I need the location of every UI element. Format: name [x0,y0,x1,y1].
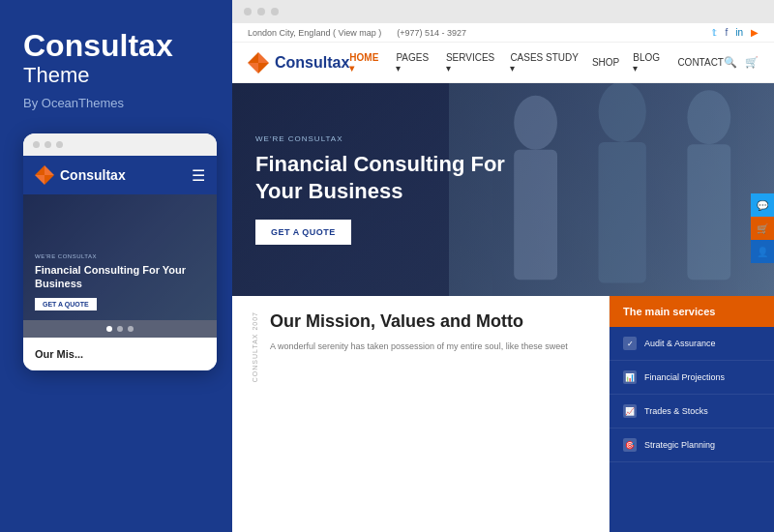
svg-marker-5 [258,52,269,63]
social-icons: 𝕥 f in ▶ [712,27,759,38]
service-item-strategic[interactable]: 🎯 Strategic Planning [610,429,774,462]
services-header: The main services [610,296,774,327]
desktop-logo-icon [248,52,269,74]
svg-rect-13 [687,144,730,280]
mobile-nav: Consultax ☰ [23,156,217,194]
brand-subtitle: Theme [23,63,209,88]
rss-icon[interactable]: ▶ [751,27,759,38]
cart-nav-icon[interactable]: 🛒 [745,56,759,69]
mobile-section-title: Our Mis... [35,347,205,361]
brand-title: Consultax [23,29,209,63]
nav-blog[interactable]: BLOG ▾ [633,52,664,74]
service-label-strategic: Strategic Planning [644,440,715,450]
svg-rect-11 [599,142,646,283]
browser-dot-2 [257,8,265,15]
svg-marker-7 [258,63,269,74]
bottom-area: CONSULTAX 2007 Our Mission, Values and M… [232,296,774,532]
slide-dot-1 [106,326,112,332]
svg-marker-0 [35,165,45,175]
nav-contact[interactable]: CONTACT [677,57,724,68]
mobile-hero-tag: WE'RE CONSULTAX [35,253,205,259]
browser-dot-1 [244,8,252,15]
services-list: ✓ Audit & Assurance 📊 Financial Projecti… [610,327,774,532]
linkedin-icon[interactable]: in [735,27,743,38]
nav-links: HOME ▾ PAGES ▾ SERVICES ▾ CASES STUDY ▾ … [349,52,724,74]
right-sidebar: The main services ✓ Audit & Assurance 📊 … [610,296,774,532]
desktop-logo: Consultax [248,52,349,74]
mobile-hero-overlay: WE'RE CONSULTAX Financial Consulting For… [23,194,217,320]
nav-shop[interactable]: SHOP [592,57,619,68]
service-label-trades: Trades & Stocks [644,406,708,416]
main-content: CONSULTAX 2007 Our Mission, Values and M… [232,296,610,532]
desktop-logo-text: Consultax [275,54,349,72]
mobile-get-quote-button[interactable]: GET A QUOTE [35,298,97,310]
service-item-trades[interactable]: 📈 Trades & Stocks [610,395,774,429]
svg-marker-2 [35,175,45,185]
nav-services[interactable]: SERVICES ▾ [446,52,497,74]
services-header-label: The main services [623,306,715,317]
strategic-icon: 🎯 [623,438,637,452]
mobile-dot-2 [45,141,51,148]
nav-action-icons: 🔍 🛒 [724,56,759,69]
svg-marker-1 [45,165,54,175]
nav-cases[interactable]: CASES STUDY ▾ [510,52,579,74]
nav-pages[interactable]: PAGES ▾ [396,52,432,74]
audit-icon: ✓ [623,337,637,350]
svg-point-12 [687,90,730,144]
slide-dot-3 [128,326,134,332]
hero-section: WE'RE CONSULTAX Financial Consulting For… [232,83,774,296]
browser-chrome [232,0,774,23]
location-text: London City, England ( View map ) [248,28,381,38]
svg-point-10 [599,83,646,142]
hero-tag: WE'RE CONSULTAX [255,134,507,143]
hamburger-icon[interactable]: ☰ [192,166,205,185]
mobile-slide-dots [23,320,217,338]
facebook-icon[interactable]: f [725,27,728,38]
desktop-nav: Consultax HOME ▾ PAGES ▾ SERVICES ▾ CASE… [232,43,774,83]
service-label-audit: Audit & Assurance [644,339,716,348]
left-panel: Consultax Theme By OceanThemes Consultax… [0,0,232,532]
nav-home[interactable]: HOME ▾ [349,52,382,74]
mobile-hero: WE'RE CONSULTAX Financial Consulting For… [23,194,217,320]
financial-icon: 📊 [623,370,637,384]
service-item-audit[interactable]: ✓ Audit & Assurance [610,327,774,361]
brand-by: By OceanThemes [23,96,209,110]
svg-rect-9 [514,150,557,280]
hero-title: Financial Consulting For Your Business [255,151,507,204]
mobile-hero-title: Financial Consulting For Your Business [35,263,205,291]
info-bar-left: London City, England ( View map ) (+977)… [248,28,466,38]
service-item-financial[interactable]: 📊 Financial Projections [610,361,774,395]
trades-icon: 📈 [623,404,637,418]
search-nav-icon[interactable]: 🔍 [724,56,737,69]
service-label-financial: Financial Projections [644,372,725,382]
right-panel: London City, England ( View map ) (+977)… [232,0,774,532]
svg-marker-6 [248,63,258,74]
mission-title: Our Mission, Values and Motto [270,311,568,333]
mobile-dot-3 [56,141,63,148]
mobile-logo-text: Consultax [60,167,126,183]
svg-marker-3 [45,175,54,185]
svg-marker-4 [248,52,258,63]
mobile-mission-section: Our Mis... [23,338,217,370]
hero-content: WE'RE CONSULTAX Financial Consulting For… [255,83,507,296]
mobile-browser-chrome [23,133,217,156]
twitter-icon[interactable]: 𝕥 [712,27,717,38]
mobile-logo: Consultax [35,165,126,185]
mission-text: A wonderful serenity has taken possessio… [270,340,568,354]
browser-dot-3 [271,8,279,15]
mobile-logo-icon [35,165,54,185]
svg-point-8 [514,96,557,150]
get-quote-button[interactable]: GET A QUOTE [255,220,351,245]
mobile-dot-1 [33,141,40,148]
consultax-side-label: CONSULTAX 2007 [252,311,258,382]
info-bar: London City, England ( View map ) (+977)… [232,23,774,43]
phone-text: (+977) 514 - 3927 [397,28,466,38]
slide-dot-2 [117,326,123,332]
mobile-mockup: Consultax ☰ WE'RE CONSULTAX Financial Co… [23,133,217,370]
